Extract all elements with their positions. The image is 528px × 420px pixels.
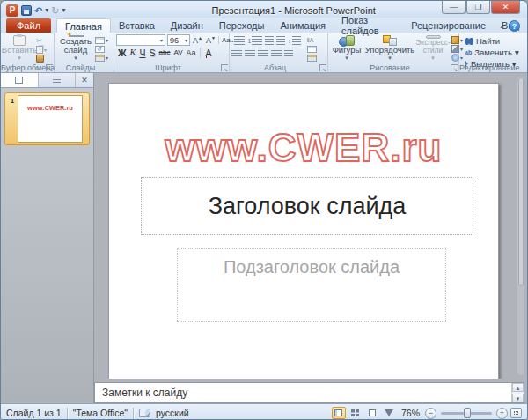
replace-button[interactable]: ab Заменить ▾ — [465, 48, 519, 57]
zoom-slider-thumb[interactable] — [464, 408, 471, 418]
increase-font-button[interactable]: A▲ — [192, 35, 203, 45]
italic-button[interactable]: К — [130, 48, 136, 58]
cut-button[interactable]: ✂ — [36, 36, 47, 45]
section-button[interactable]: ▾ — [95, 54, 108, 62]
save-icon[interactable] — [21, 5, 32, 16]
tab-file[interactable]: Файл — [6, 18, 51, 33]
undo-icon[interactable]: ↶ — [34, 5, 42, 16]
zoom-percentage[interactable]: 76% — [401, 408, 420, 418]
copy-button[interactable]: ▾ — [36, 46, 47, 54]
bold-button[interactable]: Ж — [118, 48, 127, 58]
shapes-button[interactable]: Фигуры ▾ — [330, 34, 363, 62]
font-color-button[interactable]: А — [200, 48, 214, 58]
slide-thumbnail-selected[interactable]: 1 www.CWER.ru — [4, 92, 90, 145]
tab-design[interactable]: Дизайн — [163, 18, 211, 33]
bullets-icon[interactable]: • — [231, 38, 233, 44]
line-spacing-icon[interactable]: ↕ — [288, 38, 291, 44]
window-controls: — ❐ ✕ — [441, 1, 520, 14]
reading-view-button[interactable] — [365, 407, 379, 419]
minimize-button[interactable]: — — [442, 1, 466, 14]
quick-styles-button[interactable]: Экспресс-стили ▾ — [416, 34, 450, 62]
tab-transitions[interactable]: Переходы — [211, 18, 273, 33]
strikethrough-button[interactable]: abc — [159, 48, 171, 58]
tab-slideshow[interactable]: Показ слайдов — [334, 18, 403, 33]
align-right-button[interactable] — [258, 48, 268, 56]
title-placeholder[interactable]: Заголовок слайда — [141, 177, 473, 235]
zoom-out-button[interactable]: − — [425, 408, 436, 419]
undo-dropdown-icon[interactable]: ▾ — [45, 6, 48, 14]
slide-page[interactable]: www.CWER.ru Заголовок слайда Подзаголово… — [108, 83, 499, 379]
redo-icon[interactable]: ↻ — [51, 5, 59, 16]
slides-panel-close-button[interactable]: ✕ — [76, 73, 93, 87]
content-area: ✕ 1 www.CWER.ru www.CWER.ru Заголовок сл… — [1, 73, 527, 403]
underline-button[interactable]: Ч — [139, 48, 145, 58]
notes-scroll-down-icon[interactable]: ▼ — [512, 394, 524, 402]
font-name-combobox[interactable]: ▾ — [116, 34, 165, 46]
font-color-letter: А — [206, 48, 212, 58]
layout-button[interactable]: ▾ — [95, 36, 108, 44]
scrollbar-thumb[interactable] — [518, 77, 524, 286]
language-indicator[interactable]: русский — [156, 408, 189, 418]
fit-to-window-button[interactable] — [510, 408, 522, 418]
zoom-slider[interactable] — [441, 412, 492, 415]
powerpoint-app-icon[interactable]: P — [6, 4, 18, 17]
paste-label: Вставить — [2, 46, 37, 55]
notes-scrollbar[interactable]: ▲ ▼ — [511, 383, 524, 402]
font-dialog-launcher[interactable] — [221, 64, 228, 71]
paragraph-dialog-launcher[interactable] — [319, 64, 326, 71]
columns-button[interactable] — [284, 48, 293, 56]
numbering-button[interactable] — [252, 36, 262, 45]
tab-home[interactable]: Главная — [56, 18, 111, 33]
decrease-font-button[interactable]: A▼ — [205, 35, 216, 45]
text-direction-icon: ǁA — [307, 37, 314, 43]
normal-view-button[interactable] — [332, 407, 346, 419]
numbering-icon[interactable]: 1 — [247, 38, 251, 44]
slide-thumbnail[interactable]: www.CWER.ru — [18, 95, 83, 143]
new-slide-button[interactable]: Создать слайд ▾ — [56, 34, 95, 62]
title-bar: P ↶ ▾ ↻ ▾ Презентация1 - Microsoft Power… — [1, 1, 527, 18]
align-center-button[interactable] — [245, 48, 255, 56]
text-direction-button[interactable]: ǁA — [307, 36, 317, 44]
theme-name[interactable]: "Тема Office" — [73, 408, 128, 418]
decrease-indent-button[interactable] — [265, 36, 274, 45]
maximize-button[interactable]: ❐ — [466, 1, 490, 14]
text-shadow-button[interactable]: S — [149, 48, 155, 58]
slideshow-view-button[interactable] — [382, 407, 396, 419]
convert-smartart-button[interactable] — [307, 54, 317, 62]
bullets-button[interactable] — [234, 36, 245, 45]
find-button[interactable]: Найти — [465, 36, 519, 46]
tab-insert[interactable]: Вставка — [111, 18, 163, 33]
close-button[interactable]: ✕ — [491, 1, 520, 14]
help-icon[interactable]: ? — [509, 20, 520, 32]
align-text-button[interactable] — [307, 45, 317, 53]
zoom-in-button[interactable]: + — [496, 408, 508, 419]
subtitle-placeholder[interactable]: Подзаголовок слайда — [177, 248, 446, 322]
tab-animations[interactable]: Анимация — [272, 18, 334, 33]
notes-scroll-up-icon[interactable]: ▲ — [512, 383, 524, 392]
paste-button[interactable]: Вставить ▾ — [3, 34, 36, 62]
increase-indent-button[interactable] — [276, 36, 285, 45]
clipboard-dialog-launcher[interactable] — [46, 64, 53, 71]
font-size-combobox[interactable]: 96 ▾ — [167, 34, 190, 46]
slide-sorter-view-button[interactable] — [348, 407, 363, 419]
tab-review[interactable]: Рецензирование — [403, 18, 494, 33]
clear-formatting-button[interactable]: Аа — [218, 36, 231, 44]
notes-panel[interactable]: Заметки к слайду ▲ ▼ — [94, 382, 524, 403]
format-painter-button[interactable] — [36, 55, 47, 63]
slides-tab[interactable] — [1, 73, 39, 87]
align-left-button[interactable] — [231, 48, 242, 56]
justify-button[interactable] — [271, 48, 282, 56]
notes-placeholder[interactable]: Заметки к слайду — [95, 383, 511, 402]
arrange-button[interactable]: Упорядочить ▾ — [365, 34, 414, 62]
reading-view-icon — [369, 409, 376, 416]
paste-icon — [13, 35, 26, 46]
reset-button[interactable] — [95, 45, 108, 53]
change-case-button[interactable]: Aa — [186, 48, 195, 58]
line-spacing-button[interactable] — [292, 36, 301, 45]
outline-tab[interactable] — [39, 73, 77, 87]
vertical-scrollbar[interactable] — [517, 77, 524, 375]
spellcheck-icon[interactable] — [139, 409, 150, 417]
drawing-dialog-launcher[interactable] — [451, 64, 458, 71]
character-spacing-button[interactable]: AV — [173, 48, 182, 58]
collapse-ribbon-icon[interactable]: ▴ — [500, 23, 503, 30]
